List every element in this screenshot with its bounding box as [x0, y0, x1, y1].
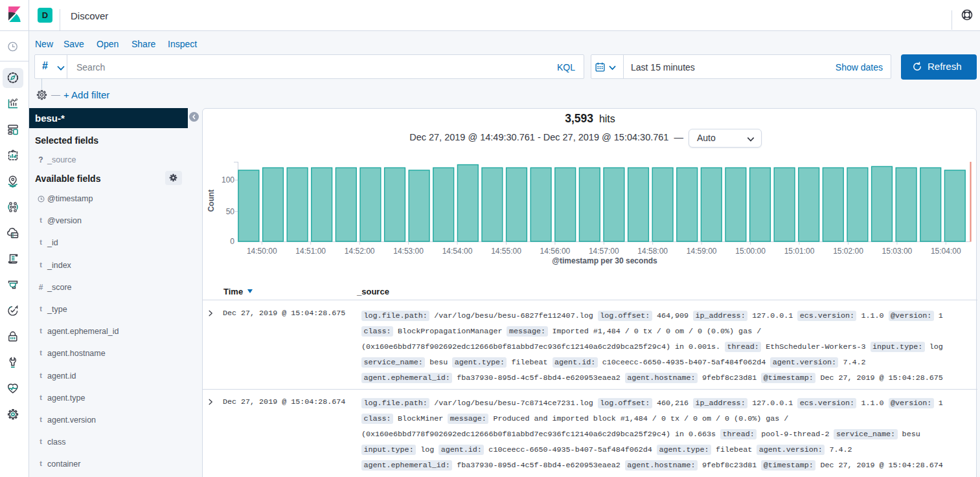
svg-text:15:02:00: 15:02:00	[833, 247, 863, 256]
svg-text:14:59:00: 14:59:00	[687, 247, 717, 256]
svg-text:14:51:00: 14:51:00	[295, 247, 326, 256]
svg-text:14:53:00: 14:53:00	[393, 247, 424, 256]
svg-text:100: 100	[222, 175, 234, 184]
svg-text:@timestamp per 30 seconds: @timestamp per 30 seconds	[552, 256, 657, 265]
svg-text:15:01:00: 15:01:00	[784, 247, 815, 256]
svg-text:14:55:00: 14:55:00	[491, 247, 521, 256]
svg-text:0: 0	[230, 237, 234, 246]
svg-text:14:57:00: 14:57:00	[589, 247, 619, 256]
svg-text:14:50:00: 14:50:00	[247, 247, 277, 256]
svg-text:14:54:00: 14:54:00	[442, 247, 473, 256]
svg-text:14:56:00: 14:56:00	[540, 247, 571, 256]
svg-text:15:00:00: 15:00:00	[735, 247, 766, 256]
svg-text:50: 50	[226, 207, 235, 216]
svg-text:15:03:00: 15:03:00	[882, 247, 913, 256]
svg-text:14:52:00: 14:52:00	[345, 247, 375, 256]
svg-text:15:04:00: 15:04:00	[931, 247, 961, 256]
svg-text:Count: Count	[207, 190, 216, 212]
svg-text:14:58:00: 14:58:00	[637, 247, 668, 256]
